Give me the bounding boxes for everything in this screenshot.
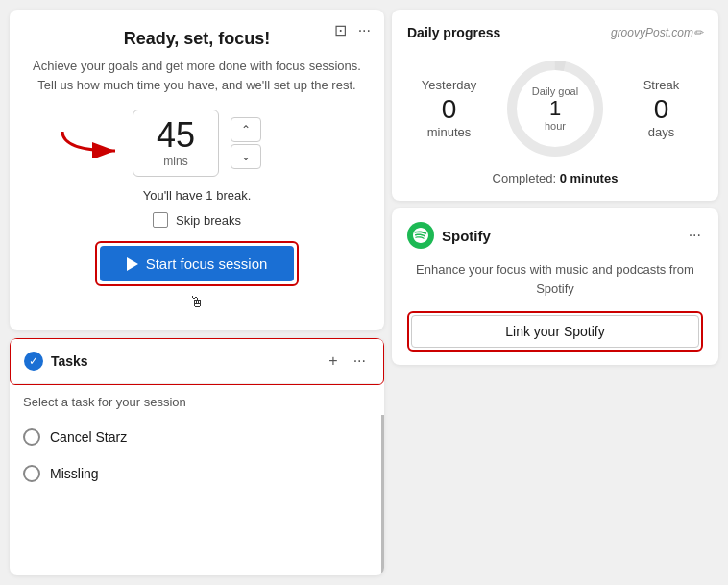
red-arrow-indicator <box>58 124 134 162</box>
completed-label: Completed: <box>493 171 556 185</box>
donut-value: 1 <box>532 97 578 120</box>
start-button-wrapper: Start focus session <box>95 241 300 286</box>
left-panel: ⊡ ··· Ready, set, focus! Achieve your go… <box>10 10 384 575</box>
task-item-2[interactable]: Missling <box>10 455 381 492</box>
focus-card: ⊡ ··· Ready, set, focus! Achieve your go… <box>10 10 384 330</box>
right-panel: Daily progress groovyPost.com✏ Yesterday… <box>392 10 718 575</box>
tasks-actions: + ··· <box>325 351 370 372</box>
progress-content: Yesterday 0 minutes Daily goal 1 hour <box>407 56 703 161</box>
tasks-more-button[interactable]: ··· <box>350 351 370 372</box>
cursor-icon: 🖱 <box>189 294 205 311</box>
donut-unit: hour <box>532 120 578 132</box>
streak-value: 0 <box>619 96 703 123</box>
play-icon <box>127 257 138 271</box>
yesterday-stat: Yesterday 0 minutes <box>407 78 491 139</box>
task-text-2: Missling <box>50 466 99 481</box>
spotify-card: Spotify ··· Enhance your focus with musi… <box>392 208 718 365</box>
time-number: 45 <box>157 118 195 153</box>
focus-card-actions: ⊡ ··· <box>332 21 373 40</box>
time-decrement-button[interactable]: ⌄ <box>231 144 261 169</box>
break-info: You'll have 1 break. <box>29 188 365 203</box>
task-radio-2[interactable] <box>23 465 40 482</box>
streak-label: Streak <box>619 78 703 92</box>
task-item[interactable]: Cancel Starz <box>10 419 381 455</box>
completed-value: 0 minutes <box>560 171 619 185</box>
completed-text: Completed: 0 minutes <box>407 171 703 185</box>
spotify-name: Spotify <box>442 228 491 244</box>
spotify-logo: Spotify <box>407 222 491 249</box>
tasks-check-icon: ✓ <box>24 352 43 371</box>
spotify-description: Enhance your focus with music and podcas… <box>407 260 703 298</box>
tasks-checkmark: ✓ <box>29 354 38 368</box>
progress-header: Daily progress groovyPost.com✏ <box>407 25 703 40</box>
link-spotify-button[interactable]: Link your Spotify <box>411 315 699 348</box>
donut-chart: Daily goal 1 hour <box>502 56 608 161</box>
app-container: ⊡ ··· Ready, set, focus! Achieve your go… <box>0 0 728 585</box>
task-text-1: Cancel Starz <box>50 429 127 445</box>
streak-unit: days <box>619 125 703 139</box>
task-list: Cancel Starz Missling <box>10 415 384 575</box>
yesterday-unit: minutes <box>407 125 491 139</box>
spotify-header: Spotify ··· <box>407 222 703 249</box>
spotify-more-button[interactable]: ··· <box>687 226 703 245</box>
yesterday-value: 0 <box>407 96 491 123</box>
time-display: 45 mins <box>133 110 219 177</box>
tasks-subtitle: Select a task for your session <box>10 385 384 415</box>
time-control: 45 mins ⌃ ⌄ <box>29 110 365 177</box>
focus-title: Ready, set, focus! <box>29 29 365 49</box>
time-increment-button[interactable]: ⌃ <box>231 117 261 142</box>
skip-breaks-checkbox[interactable] <box>153 212 168 228</box>
tasks-add-button[interactable]: + <box>325 351 341 372</box>
expand-icon[interactable]: ⊡ <box>332 21 349 40</box>
tasks-header-wrapper: ✓ Tasks + ··· <box>10 338 384 385</box>
progress-title: Daily progress <box>407 25 500 40</box>
yesterday-label: Yesterday <box>407 78 491 92</box>
time-buttons: ⌃ ⌄ <box>231 117 261 169</box>
tasks-header: ✓ Tasks + ··· <box>11 339 383 384</box>
focus-subtitle: Achieve your goals and get more done wit… <box>29 57 365 94</box>
skip-breaks-container: Skip breaks <box>29 212 365 228</box>
tasks-title: Tasks <box>51 353 325 369</box>
skip-breaks-label: Skip breaks <box>176 213 241 228</box>
task-radio-1[interactable] <box>23 428 40 446</box>
groovy-watermark: groovyPost.com✏ <box>611 26 703 39</box>
time-label: mins <box>163 155 187 168</box>
link-spotify-wrapper: Link your Spotify <box>407 311 703 352</box>
more-options-icon[interactable]: ··· <box>356 21 373 40</box>
donut-center: Daily goal 1 hour <box>532 85 578 132</box>
spotify-icon <box>407 222 434 249</box>
progress-card: Daily progress groovyPost.com✏ Yesterday… <box>392 10 718 201</box>
streak-stat: Streak 0 days <box>619 78 703 139</box>
start-focus-button[interactable]: Start focus session <box>100 246 295 281</box>
tasks-card: ✓ Tasks + ··· Select a task for your ses… <box>10 338 384 575</box>
start-button-label: Start focus session <box>146 256 268 272</box>
